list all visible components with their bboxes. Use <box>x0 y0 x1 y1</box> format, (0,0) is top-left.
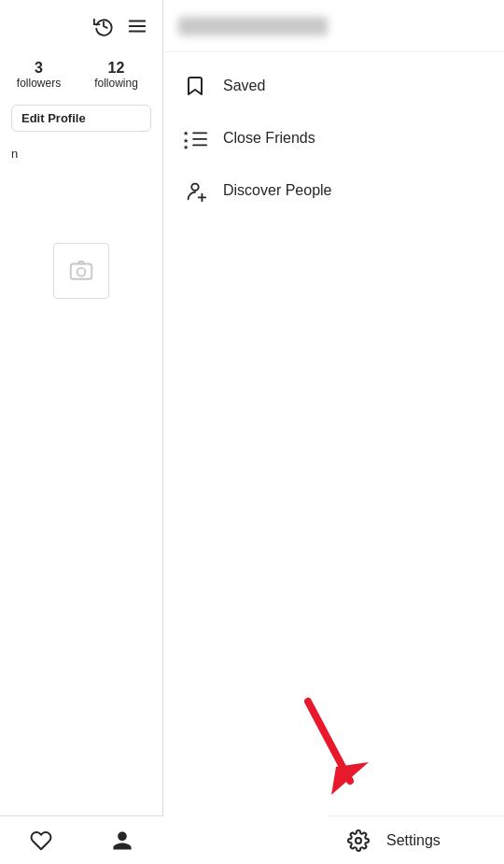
photo-grid <box>0 224 162 318</box>
activity-button[interactable] <box>30 829 52 852</box>
settings-row[interactable]: Settings <box>327 815 504 864</box>
dropdown-menu: Saved ★ ★ ★ Close Friends <box>163 0 504 864</box>
left-top-bar <box>0 0 162 52</box>
discover-people-icon <box>182 177 208 204</box>
followers-label: followers <box>17 77 61 90</box>
stats-row: 3 followers 12 following <box>0 52 162 97</box>
profile-nav-button[interactable] <box>111 829 133 852</box>
history-button[interactable] <box>93 16 114 36</box>
following-label: following <box>94 77 138 90</box>
saved-label: Saved <box>223 78 265 94</box>
following-stat[interactable]: 12 following <box>77 60 155 90</box>
followers-stat[interactable]: 3 followers <box>0 60 77 90</box>
bio-text: n <box>11 147 18 161</box>
close-friends-label: Close Friends <box>223 130 315 147</box>
settings-icon <box>345 828 371 854</box>
settings-label: Settings <box>386 832 441 849</box>
discover-people-menu-item[interactable]: Discover People <box>163 164 504 217</box>
menu-button[interactable] <box>127 16 147 36</box>
discover-people-label: Discover People <box>223 182 332 199</box>
profile-icon <box>111 829 133 852</box>
menu-list: Saved ★ ★ ★ Close Friends <box>163 52 504 224</box>
username-blurred <box>178 17 328 35</box>
followers-count: 3 <box>35 60 43 77</box>
profile-button-wrap: Edit Profile <box>0 97 162 139</box>
photo-placeholder <box>53 243 109 299</box>
close-friends-menu-item[interactable]: ★ ★ ★ Close Friends <box>163 112 504 164</box>
photo-icon <box>67 257 95 285</box>
bio-area: n <box>0 139 162 168</box>
svg-point-14 <box>356 838 361 843</box>
svg-point-11 <box>191 184 198 191</box>
following-count: 12 <box>108 60 125 77</box>
profile-sidebar: 3 followers 12 following Edit Profile n <box>0 0 163 864</box>
hamburger-icon <box>127 16 147 36</box>
saved-menu-item[interactable]: Saved <box>163 60 504 112</box>
close-friends-icon: ★ ★ ★ <box>182 125 208 151</box>
history-icon <box>93 16 114 36</box>
svg-point-4 <box>77 268 86 276</box>
bottom-nav <box>0 815 163 864</box>
right-top-bar <box>163 0 504 52</box>
svg-text:★: ★ <box>183 143 189 149</box>
heart-icon <box>30 829 52 852</box>
edit-profile-button[interactable]: Edit Profile <box>11 105 151 132</box>
bookmark-icon <box>182 73 208 99</box>
